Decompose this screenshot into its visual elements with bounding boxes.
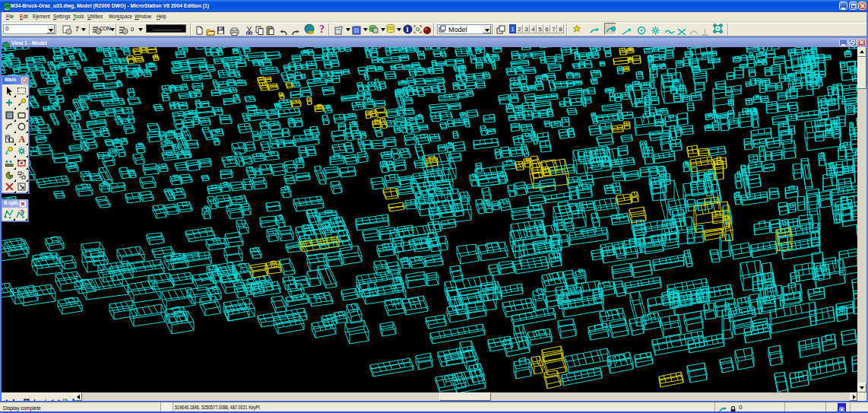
svg-text:A: A [19, 134, 26, 145]
svg-text:i: i [407, 25, 409, 33]
svg-text:?: ? [20, 209, 24, 216]
svg-text:?: ? [319, 24, 325, 34]
